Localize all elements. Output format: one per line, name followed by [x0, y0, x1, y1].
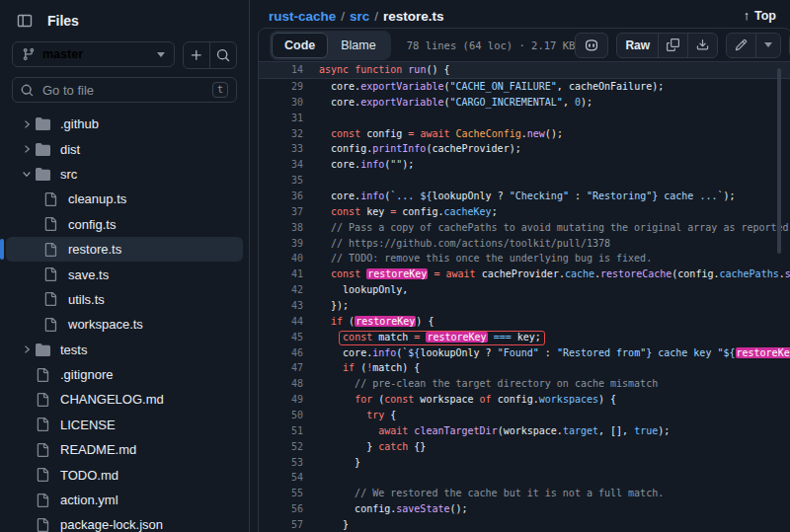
- files-title: Files: [47, 13, 79, 29]
- line-number[interactable]: 14: [259, 62, 303, 78]
- tab-blame[interactable]: Blame: [328, 33, 388, 58]
- line-number[interactable]: 36: [259, 189, 303, 204]
- tree-item-README.md[interactable]: README.md: [6, 437, 243, 462]
- copy-raw-button[interactable]: [658, 34, 687, 57]
- line-number[interactable]: 35: [259, 173, 303, 189]
- code-text: // pre-clean the target directory on cac…: [319, 376, 658, 392]
- line-number[interactable]: 37: [259, 204, 303, 220]
- tree-item-package-lock.json[interactable]: package-lock.json: [6, 512, 243, 532]
- code-line-46: 46 core.info(`${lookupOnly ? "Found" : "…: [259, 345, 790, 361]
- file-icon: [43, 192, 57, 206]
- tree-item-workspace.ts[interactable]: workspace.ts: [6, 312, 243, 337]
- tree-item-CHANGELOG.md[interactable]: CHANGELOG.md: [6, 387, 243, 412]
- chevron-down-icon: [21, 168, 33, 180]
- breadcrumb-repo-link[interactable]: rust-cache: [269, 9, 336, 24]
- search-icon: [216, 48, 230, 62]
- match-highlight: restoreKey: [355, 316, 416, 327]
- new-file-button[interactable]: [184, 42, 209, 68]
- copy-icon: [667, 38, 679, 51]
- breadcrumb-dir-link[interactable]: src: [350, 9, 369, 24]
- line-number[interactable]: 46: [259, 345, 303, 361]
- line-number[interactable]: 57: [259, 517, 303, 532]
- line-number[interactable]: 41: [259, 266, 303, 282]
- sidebar-toggle-button[interactable]: [12, 8, 38, 34]
- tree-item-utils.ts[interactable]: utils.ts: [6, 287, 243, 312]
- raw-button[interactable]: Raw: [617, 34, 658, 57]
- code-text: if (!match) {: [319, 360, 420, 376]
- line-number[interactable]: 48: [259, 376, 303, 392]
- line-number[interactable]: 55: [259, 486, 303, 501]
- line-number[interactable]: 30: [259, 95, 303, 111]
- tree-item-save.ts[interactable]: save.ts: [6, 262, 243, 286]
- search-files-button[interactable]: [209, 42, 236, 68]
- line-number[interactable]: 47: [259, 360, 303, 376]
- tree-item-config.ts[interactable]: config.ts: [6, 212, 243, 237]
- folder-icon: [36, 142, 50, 157]
- tree-item-.github[interactable]: .github: [6, 112, 243, 136]
- download-button[interactable]: [687, 34, 717, 57]
- line-number[interactable]: 34: [259, 157, 303, 173]
- code-line-45: 45 const match = restoreKey === key;: [259, 330, 790, 345]
- line-number[interactable]: 42: [259, 282, 303, 298]
- line-number[interactable]: 50: [259, 408, 303, 423]
- folder-icon: [36, 167, 50, 182]
- tree-chevron[interactable]: [18, 343, 36, 355]
- line-number[interactable]: 32: [259, 126, 303, 142]
- code-text: if (restoreKey) {: [319, 314, 434, 330]
- line-number[interactable]: 31: [259, 111, 303, 126]
- line-number[interactable]: 44: [259, 314, 303, 330]
- tree-item-.gitignore[interactable]: .gitignore: [6, 362, 243, 387]
- branch-selector[interactable]: master: [12, 41, 175, 67]
- tree-item-dist[interactable]: dist: [6, 136, 243, 161]
- line-number[interactable]: 43: [259, 298, 303, 314]
- file-icon: [43, 243, 57, 257]
- tree-chevron[interactable]: [18, 118, 36, 130]
- tree-item-TODO.md[interactable]: TODO.md: [6, 462, 243, 487]
- tree-item-label: action.yml: [60, 493, 118, 507]
- edit-dropdown-button[interactable]: [755, 34, 780, 57]
- go-to-file-input[interactable]: [40, 82, 205, 99]
- tree-chevron[interactable]: [18, 168, 36, 180]
- line-number[interactable]: 51: [259, 423, 303, 439]
- line-number[interactable]: 33: [259, 141, 303, 157]
- line-number[interactable]: 38: [259, 220, 303, 236]
- code-line-34: 34 core.info("");: [259, 157, 790, 173]
- file-icon: [36, 468, 49, 482]
- line-number[interactable]: 49: [259, 392, 303, 408]
- file-icon: [36, 393, 49, 407]
- scrollbar-thumb[interactable]: [777, 68, 781, 254]
- tree-item-action.yml[interactable]: action.yml: [6, 488, 243, 512]
- folder-icon: [36, 342, 50, 357]
- line-number[interactable]: 52: [259, 439, 303, 455]
- tree-item-tests[interactable]: tests: [6, 338, 243, 362]
- code-text: } catch {}: [319, 439, 426, 455]
- line-number[interactable]: 29: [259, 79, 303, 95]
- edit-file-button[interactable]: [727, 34, 755, 57]
- tree-item-LICENSE[interactable]: LICENSE: [6, 413, 243, 437]
- tree-item-restore.ts[interactable]: restore.ts: [6, 237, 243, 262]
- caret-down-icon: [764, 42, 772, 47]
- line-number[interactable]: 53: [259, 455, 303, 471]
- file-toolbar: Code Blame 78 lines (64 loc) · 2.17 KB: [259, 29, 790, 61]
- line-number[interactable]: 39: [259, 236, 303, 252]
- tree-item-src[interactable]: src: [6, 162, 243, 187]
- code-line-44: 44 if (restoreKey) {: [259, 314, 790, 330]
- tab-code[interactable]: Code: [272, 33, 328, 58]
- line-number[interactable]: 45: [259, 330, 303, 345]
- copilot-button[interactable]: [575, 33, 608, 58]
- code-line-50: 50 try {: [259, 408, 790, 423]
- go-to-file-search[interactable]: t: [12, 77, 237, 103]
- line-number[interactable]: 40: [259, 251, 303, 266]
- code-line-30: 30 core.exportVariable("CARGO_INCREMENTA…: [259, 95, 790, 111]
- code-line-32: 32 const config = await CacheConfig.new(…: [259, 126, 790, 142]
- tree-chevron[interactable]: [18, 143, 36, 155]
- tree-item-cleanup.ts[interactable]: cleanup.ts: [6, 187, 243, 211]
- code-line-39: 39 // https://github.com/actions/toolkit…: [259, 236, 790, 252]
- file-meta: 78 lines (64 loc) · 2.17 KB: [407, 39, 576, 51]
- back-to-top-link[interactable]: ↑ Top: [744, 9, 776, 23]
- code-line-33: 33 config.printInfo(cacheProvider);: [259, 141, 790, 157]
- line-number[interactable]: 54: [259, 470, 303, 486]
- tree-item-label: config.ts: [68, 217, 116, 232]
- line-number[interactable]: 56: [259, 501, 303, 517]
- code-line-38: 38 // Pass a copy of cachePaths to avoid…: [259, 220, 790, 236]
